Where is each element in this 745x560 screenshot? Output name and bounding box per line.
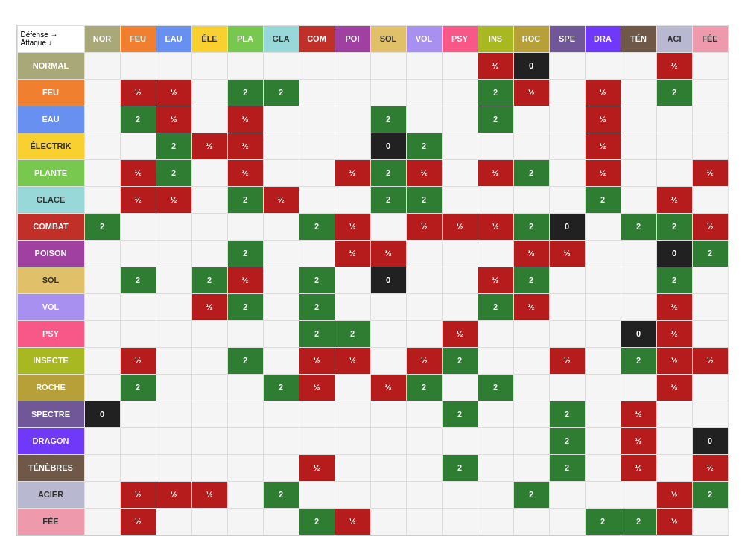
effectiveness-cell [370, 320, 406, 347]
effectiveness-cell [692, 508, 728, 535]
effectiveness-cell: ½ [299, 347, 335, 374]
effectiveness-cell [227, 52, 263, 79]
effectiveness-cell: 2 [656, 79, 692, 106]
effectiveness-cell [156, 240, 191, 267]
effectiveness-cell: 2 [478, 374, 513, 401]
effectiveness-cell [120, 454, 156, 481]
effectiveness-cell: 2 [263, 374, 299, 401]
effectiveness-cell: 2 [656, 213, 692, 240]
effectiveness-cell [299, 79, 335, 106]
col-header-psy: PSY [442, 25, 478, 52]
effectiveness-cell [191, 508, 227, 535]
effectiveness-cell [513, 347, 549, 374]
effectiveness-cell: 2 [406, 374, 442, 401]
effectiveness-cell [656, 427, 692, 454]
effectiveness-cell [263, 133, 299, 159]
effectiveness-cell [406, 427, 442, 454]
col-header-poi: POI [335, 25, 370, 52]
row-label-acier: ACIER [17, 481, 84, 508]
effectiveness-cell [513, 320, 549, 347]
row-label-eau: EAU [17, 106, 84, 133]
effectiveness-cell: ½ [656, 481, 692, 508]
effectiveness-cell [191, 240, 227, 267]
effectiveness-cell [299, 133, 335, 159]
effectiveness-cell: 0 [370, 133, 406, 159]
effectiveness-cell: 2 [227, 186, 263, 213]
table-row: ACIER½½½22½2 [17, 481, 728, 508]
effectiveness-cell [263, 213, 299, 240]
effectiveness-cell: 2 [263, 481, 299, 508]
effectiveness-cell [513, 508, 549, 535]
table-row: COMBAT22½½½½2022½ [17, 213, 728, 240]
effectiveness-cell: ½ [191, 293, 227, 320]
effectiveness-cell [335, 293, 370, 320]
row-label-glace: GLACE [17, 186, 84, 213]
row-label-spectre: SPECTRE [17, 401, 84, 427]
effectiveness-cell [299, 401, 335, 427]
effectiveness-cell: 2 [227, 293, 263, 320]
effectiveness-cell: ½ [227, 133, 263, 159]
effectiveness-cell [227, 481, 263, 508]
effectiveness-cell: ½ [585, 106, 621, 133]
table-row: SPECTRE022½ [17, 401, 728, 427]
row-label-psy: PSY [17, 320, 84, 347]
effectiveness-cell: 2 [585, 186, 621, 213]
effectiveness-cell [156, 320, 191, 347]
effectiveness-cell [585, 293, 621, 320]
effectiveness-cell: ½ [335, 213, 370, 240]
effectiveness-cell: ½ [120, 508, 156, 535]
effectiveness-cell: 2 [478, 293, 513, 320]
effectiveness-cell: ½ [656, 52, 692, 79]
effectiveness-cell: 2 [656, 267, 692, 293]
effectiveness-cell [263, 508, 299, 535]
col-header-dra: DRA [585, 25, 621, 52]
effectiveness-cell [156, 508, 191, 535]
effectiveness-cell: 0 [549, 213, 585, 240]
effectiveness-cell [478, 240, 513, 267]
table-row: ROCHE22½½22½ [17, 374, 728, 401]
effectiveness-cell [299, 106, 335, 133]
col-header-aci: ACI [656, 25, 692, 52]
effectiveness-cell: 2 [692, 240, 728, 267]
table-row: NORMAL½0½ [17, 52, 728, 79]
effectiveness-cell: 2 [335, 320, 370, 347]
effectiveness-cell [621, 52, 656, 79]
row-label-normal: NORMAL [17, 52, 84, 79]
effectiveness-cell: ½ [478, 159, 513, 186]
effectiveness-cell [335, 186, 370, 213]
effectiveness-cell: ½ [120, 347, 156, 374]
effectiveness-cell [478, 401, 513, 427]
row-label-insecte: INSECTE [17, 347, 84, 374]
effectiveness-cell [191, 347, 227, 374]
effectiveness-cell [370, 347, 406, 374]
effectiveness-cell [692, 186, 728, 213]
effectiveness-cell [335, 79, 370, 106]
effectiveness-cell [120, 401, 156, 427]
col-header-nor: NOR [84, 25, 120, 52]
effectiveness-cell: ½ [549, 240, 585, 267]
effectiveness-cell: ½ [692, 454, 728, 481]
effectiveness-cell [156, 52, 191, 79]
effectiveness-cell: ½ [370, 374, 406, 401]
effectiveness-cell [478, 347, 513, 374]
effectiveness-cell: ½ [585, 159, 621, 186]
effectiveness-cell [120, 213, 156, 240]
effectiveness-cell: 2 [513, 159, 549, 186]
effectiveness-cell [621, 267, 656, 293]
effectiveness-cell [335, 481, 370, 508]
table-row: ÉLECTRIK2½½02½ [17, 133, 728, 159]
effectiveness-cell: ½ [335, 347, 370, 374]
effectiveness-cell [442, 481, 478, 508]
effectiveness-cell [370, 454, 406, 481]
effectiveness-cell: 0 [656, 240, 692, 267]
effectiveness-cell [406, 106, 442, 133]
effectiveness-cell: ½ [156, 186, 191, 213]
effectiveness-cell [191, 401, 227, 427]
col-header-pla: PLA [227, 25, 263, 52]
effectiveness-cell: 2 [156, 159, 191, 186]
table-row: TÉNÈBRES½22½½ [17, 454, 728, 481]
effectiveness-cell [621, 133, 656, 159]
effectiveness-cell [156, 401, 191, 427]
effectiveness-cell [621, 79, 656, 106]
effectiveness-cell [335, 401, 370, 427]
